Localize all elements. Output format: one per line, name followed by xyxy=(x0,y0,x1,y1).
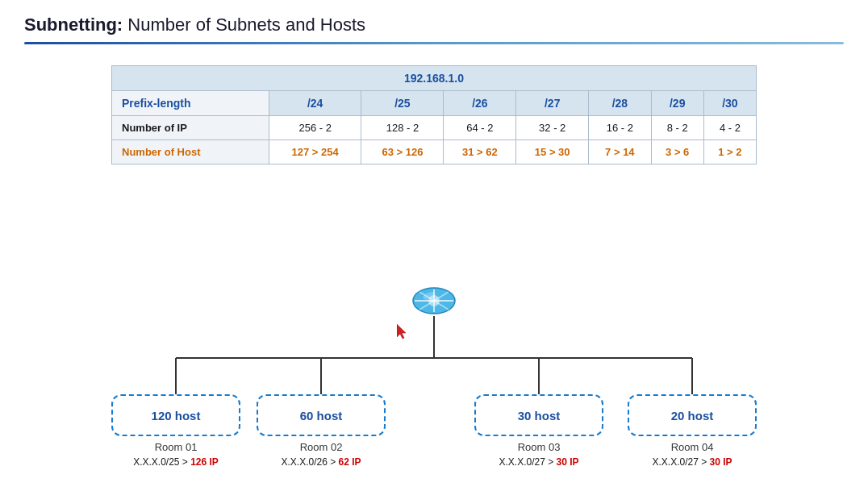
subnet-table: 192.168.1.0 Prefix-length /24 /25 /26 /2… xyxy=(111,65,757,164)
room-04-subnet: X.X.X.0/27 > 30 IP xyxy=(613,456,771,468)
col-29: /29 xyxy=(651,91,703,116)
num-ip-label: Number of IP xyxy=(112,116,269,140)
ip-val-4: 16 - 2 xyxy=(589,116,652,140)
room-02-label: Room 02 xyxy=(257,441,386,453)
room-02-box: 60 host xyxy=(257,394,386,436)
room-01-subnet: X.X.X.0/25 > 126 IP xyxy=(97,456,255,468)
header: Subnetting: Number of Subnets and Hosts xyxy=(0,0,868,51)
subnet-table-container: 192.168.1.0 Prefix-length /24 /25 /26 /2… xyxy=(111,65,757,164)
page-title: Subnetting: Number of Subnets and Hosts xyxy=(24,15,844,35)
prefix-length-header: Prefix-length xyxy=(112,91,269,116)
col-25: /25 xyxy=(361,91,444,116)
room-02-host: 60 host xyxy=(300,409,343,422)
room-03-subnet: X.X.X.0/27 > 30 IP xyxy=(460,456,618,468)
host-val-6: 1 > 2 xyxy=(703,140,756,164)
num-host-label: Number of Host xyxy=(112,140,269,164)
col-24: /24 xyxy=(269,91,361,116)
host-val-4: 7 > 14 xyxy=(589,140,652,164)
mouse-cursor xyxy=(397,324,407,339)
host-val-2: 31 > 62 xyxy=(444,140,516,164)
room-03-host: 30 host xyxy=(518,409,561,422)
host-val-3: 15 > 30 xyxy=(516,140,589,164)
svg-marker-13 xyxy=(397,324,406,339)
host-val-0: 127 > 254 xyxy=(269,140,361,164)
router-icon xyxy=(411,284,457,318)
host-val-1: 63 > 126 xyxy=(361,140,444,164)
room-03-box: 30 host xyxy=(474,394,603,436)
room-01-label: Room 01 xyxy=(111,441,240,453)
network-diagram: 120 host Room 01 X.X.X.0/25 > 126 IP 60 … xyxy=(0,269,868,487)
col-30: /30 xyxy=(703,91,756,116)
ip-val-0: 256 - 2 xyxy=(269,116,361,140)
room-01-box: 120 host xyxy=(111,394,240,436)
router xyxy=(411,284,457,318)
room-04-host: 20 host xyxy=(671,409,714,422)
room-03-label: Room 03 xyxy=(474,441,603,453)
col-26: /26 xyxy=(444,91,516,116)
room-04-box: 20 host xyxy=(628,394,757,436)
room-04-label: Room 04 xyxy=(628,441,757,453)
ip-val-2: 64 - 2 xyxy=(444,116,516,140)
col-27: /27 xyxy=(516,91,589,116)
ip-address-header: 192.168.1.0 xyxy=(112,66,757,91)
room-01-host: 120 host xyxy=(152,409,201,422)
ip-val-5: 8 - 2 xyxy=(651,116,703,140)
col-28: /28 xyxy=(589,91,652,116)
room-02-subnet: X.X.X.0/26 > 62 IP xyxy=(242,456,400,468)
ip-val-3: 32 - 2 xyxy=(516,116,589,140)
ip-val-6: 4 - 2 xyxy=(703,116,756,140)
host-val-5: 3 > 6 xyxy=(651,140,703,164)
ip-val-1: 128 - 2 xyxy=(361,116,444,140)
header-divider xyxy=(24,42,844,44)
